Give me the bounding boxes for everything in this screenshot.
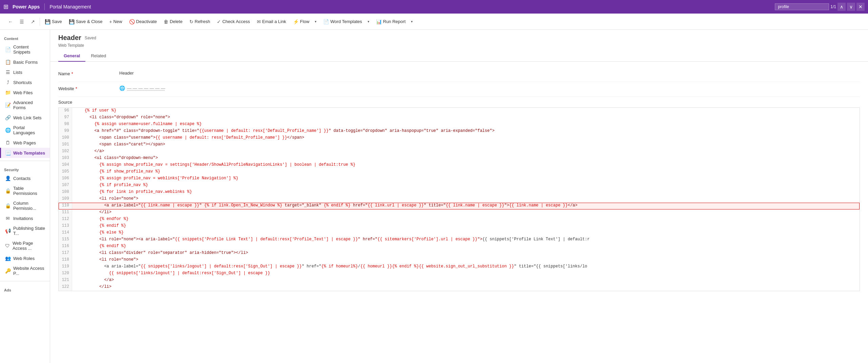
sidebar-item-web-roles[interactable]: 👥 Web Roles xyxy=(0,253,50,263)
code-editor[interactable]: 96 {% if user %}97 <li class="dropdown" … xyxy=(58,107,860,291)
word-templates-dropdown-button[interactable]: ▾ xyxy=(365,18,372,25)
line-number: 121 xyxy=(59,277,72,284)
run-report-button[interactable]: 📊 Run Report xyxy=(373,18,408,26)
sidebar-item-web-page-access[interactable]: 🛡 Web Page Access ... xyxy=(0,238,50,253)
line-content: <a aria-label="{{ link.name | escape }}"… xyxy=(72,203,860,209)
word-templates-group: 📄 Word Templates ▾ xyxy=(321,18,372,26)
tab-general[interactable]: General xyxy=(58,51,85,62)
sidebar-item-label: Table Permissions xyxy=(13,186,46,196)
tab-related[interactable]: Related xyxy=(85,51,111,62)
name-required: * xyxy=(71,71,73,76)
line-content: {% assign show_profile_nav = settings['H… xyxy=(72,162,860,169)
line-content: <li class="divider" role="separator" ari… xyxy=(72,250,860,257)
code-line: 104 {% assign show_profile_nav = setting… xyxy=(59,162,860,169)
table-permissions-icon: 🔒 xyxy=(5,188,11,194)
sidebar-item-basic-forms[interactable]: 📋 Basic Forms xyxy=(0,57,50,67)
email-link-button[interactable]: ✉ Email a Link xyxy=(254,18,289,26)
line-content: </li> xyxy=(72,284,860,291)
sidebar-item-advanced-forms[interactable]: 📝 Advanced Forms xyxy=(0,98,50,113)
back-icon: ← xyxy=(8,19,13,24)
code-line: 119 <a aria-label="{{ snippets['links/lo… xyxy=(59,264,860,270)
view-button[interactable]: ☰ xyxy=(17,18,27,26)
sidebar-item-label: Column Permissio... xyxy=(13,201,46,211)
website-access-icon: 🔑 xyxy=(5,268,11,274)
code-line: 113 {% endif %} xyxy=(59,223,860,230)
line-number: 97 xyxy=(59,115,72,121)
search-close-button[interactable]: ✕ xyxy=(856,3,865,11)
line-content: {% if profile_nav %} xyxy=(72,182,860,189)
sidebar-item-label: Web Templates xyxy=(13,150,45,156)
sidebar-item-label: Invitations xyxy=(13,216,33,221)
website-value[interactable]: 🌐 — — — — — — — xyxy=(119,82,860,94)
flow-group: ⚡ Flow ▾ xyxy=(290,18,319,26)
record-title: Header xyxy=(58,34,81,42)
view-icon: ☰ xyxy=(20,19,24,24)
line-content: {% endfor %} xyxy=(72,216,860,223)
word-templates-chevron-icon: ▾ xyxy=(368,20,369,23)
sidebar-divider-2 xyxy=(0,281,50,281)
sidebar-item-website-access[interactable]: 🔑 Website Access P... xyxy=(0,263,50,278)
save-close-button[interactable]: 💾 Save & Close xyxy=(66,18,105,26)
waffle-icon[interactable]: ⊞ xyxy=(3,3,8,11)
flow-dropdown-button[interactable]: ▾ xyxy=(312,18,319,25)
back-button[interactable]: ← xyxy=(5,18,16,26)
refresh-button[interactable]: ↻ Refresh xyxy=(187,18,213,26)
run-report-group: 📊 Run Report ▾ xyxy=(373,18,415,26)
flow-chevron-icon: ▾ xyxy=(315,20,316,23)
code-line: 97 <li class="dropdown" role="none"> xyxy=(59,115,860,121)
delete-button[interactable]: 🗑 Delete xyxy=(161,18,185,26)
sidebar-item-lists[interactable]: ☰ Lists xyxy=(0,67,50,77)
publishing-state-icon: 📢 xyxy=(5,228,11,234)
search-prev-button[interactable]: ∧ xyxy=(838,3,846,11)
sidebar-item-invitations[interactable]: ✉ Invitations xyxy=(0,213,50,223)
sidebar-item-column-permissions[interactable]: 🔒 Column Permissio... xyxy=(0,198,50,213)
search-input[interactable] xyxy=(775,3,829,10)
deactivate-button[interactable]: 🚫 Deactivate xyxy=(126,18,160,26)
basic-forms-icon: 📋 xyxy=(5,59,11,65)
sidebar-item-label: Website Access P... xyxy=(13,266,46,276)
line-number: 107 xyxy=(59,182,72,189)
sidebar-item-contacts[interactable]: 👤 Contacts xyxy=(0,173,50,183)
sidebar-item-publishing-state[interactable]: 📢 Publishing State T... xyxy=(0,223,50,238)
code-line: 108 {% for link in profile_nav.weblinks … xyxy=(59,189,860,196)
line-number: 111 xyxy=(59,209,72,216)
line-content: </a> xyxy=(72,277,860,284)
sidebar-item-web-files[interactable]: 📁 Web Files xyxy=(0,87,50,98)
word-templates-button[interactable]: 📄 Word Templates xyxy=(321,18,365,26)
sidebar-item-content-snippets[interactable]: 📄 Content Snippets xyxy=(0,42,50,57)
code-line: 116 {% endif %} xyxy=(59,243,860,250)
check-access-button[interactable]: ✓ Check Access xyxy=(214,18,253,26)
sidebar-item-shortcuts[interactable]: ⤴ Shortcuts xyxy=(0,77,50,87)
source-label: Source xyxy=(58,97,860,105)
flow-button[interactable]: ⚡ Flow xyxy=(290,18,312,26)
run-report-dropdown-button[interactable]: ▾ xyxy=(408,18,415,25)
line-content: <ul class="dropdown-menu"> xyxy=(72,155,860,162)
sidebar-item-web-templates[interactable]: 📃 Web Templates xyxy=(0,148,50,158)
line-number: 96 xyxy=(59,108,72,115)
open-new-window-button[interactable]: ↗ xyxy=(28,18,38,26)
record-header: Header Saved Web Template xyxy=(50,30,868,51)
code-line: 118 <li role="none"> xyxy=(59,257,860,264)
search-next-button[interactable]: ∨ xyxy=(847,3,855,11)
web-roles-icon: 👥 xyxy=(5,256,11,261)
line-number: 103 xyxy=(59,155,72,162)
cmd-sep-1 xyxy=(40,18,40,26)
sidebar-item-web-pages[interactable]: 🗒 Web Pages xyxy=(0,138,50,148)
new-button[interactable]: + New xyxy=(106,18,125,26)
run-report-chevron-icon: ▾ xyxy=(411,20,413,23)
sidebar-item-web-link-sets[interactable]: 🔗 Web Link Sets xyxy=(0,113,50,123)
save-button[interactable]: 💾 Save xyxy=(42,18,65,26)
line-content: </li> xyxy=(72,209,860,216)
web-pages-icon: 🗒 xyxy=(5,140,11,145)
sidebar-item-label: Lists xyxy=(13,70,22,75)
security-section-header: Security xyxy=(0,164,50,173)
sidebar: Content 📄 Content Snippets 📋 Basic Forms… xyxy=(0,30,50,363)
app-name: Power Apps xyxy=(13,4,40,9)
sidebar-item-table-permissions[interactable]: 🔒 Table Permissions xyxy=(0,183,50,198)
line-number: 119 xyxy=(59,264,72,270)
code-line: 115 <li role="none"><a aria-label="{{ sn… xyxy=(59,237,860,243)
line-content: <li role="none"> xyxy=(72,196,860,203)
sidebar-item-label: Web Pages xyxy=(13,140,36,145)
line-content: {% if user %} xyxy=(72,108,860,115)
sidebar-item-portal-languages[interactable]: 🌐 Portal Languages xyxy=(0,123,50,138)
